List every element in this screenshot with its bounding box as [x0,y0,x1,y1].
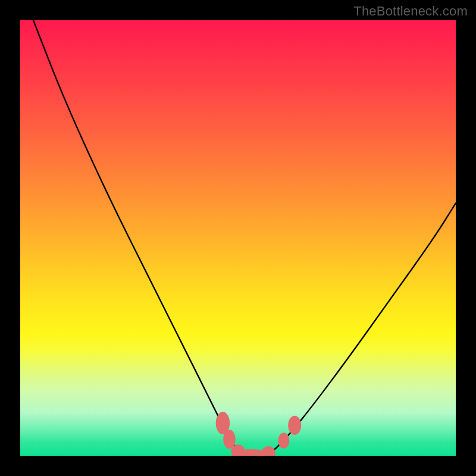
watermark-text: TheBottleneck.com [353,4,468,19]
highlight-marker [262,446,275,456]
highlight-marker [288,416,301,435]
bottleneck-curve-line [33,20,456,456]
chart-frame: TheBottleneck.com [0,0,476,476]
chart-svg [20,20,456,456]
highlight-markers [216,412,302,456]
chart-plot-area [20,20,456,456]
highlight-marker [278,433,289,448]
highlight-marker [223,430,235,449]
